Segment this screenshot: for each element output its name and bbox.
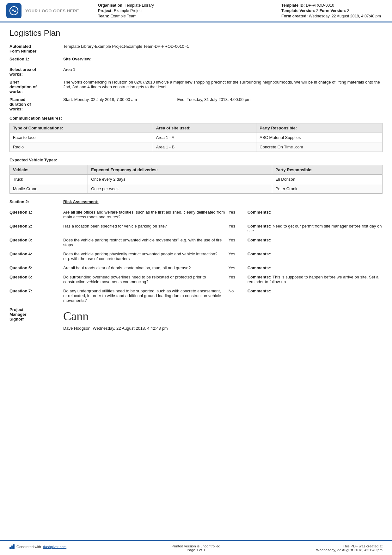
qa-answer-2: Yes — [229, 224, 244, 228]
comm-table-row: Face to faceArea 1 - AABC Material Suppl… — [10, 133, 383, 142]
qa-comments-7: Comments:: — [248, 289, 383, 293]
comm-table-cell: Area 1 - B — [153, 142, 256, 152]
comm-col-party: Party Responsible: — [256, 123, 383, 133]
vehicle-table-cell: Mobile Crane — [10, 184, 88, 194]
signature-text: Cann — [63, 309, 89, 323]
footer-brand: Generated with dashpivot.com — [9, 544, 134, 549]
vehicle-table-cell: Eli Donson — [272, 175, 383, 184]
qa-question-7: Do any underground utilities need to be … — [63, 289, 225, 303]
page-text: Page 1 of 1 — [134, 548, 258, 552]
section1-row: Section 1: Site Overview: — [9, 57, 383, 61]
comm-table: Type of Communications: Area of site use… — [9, 123, 383, 152]
qa-row-2: Question 2:Has a location been specified… — [9, 224, 383, 233]
bar3 — [13, 544, 15, 549]
team-value: Example Team — [110, 14, 136, 18]
qa-question-3: Does the vehicle parking restrict unwant… — [63, 238, 225, 247]
vehicle-table-cell: Once every 2 days — [88, 175, 272, 184]
brief-desc-value: The works commencing in Houston on 02/07… — [63, 80, 383, 89]
org-label: Organisation: — [98, 3, 124, 8]
vehicle-table-cell: Truck — [10, 175, 88, 184]
qa-answer-5: Yes — [229, 265, 244, 270]
comm-table-cell: ABC Material Supplies — [256, 133, 383, 142]
comm-table-cell: Area 1 - A — [153, 133, 256, 142]
signoff-row: ProjectManagerSignoff Cann Dave Hodgson,… — [9, 307, 383, 331]
comm-col-area: Area of site used: — [153, 123, 256, 133]
vehicle-table-row: TruckOnce every 2 daysEli Donson — [10, 175, 383, 184]
template-version-value: 2 — [316, 9, 318, 13]
signature-area: Cann — [63, 307, 168, 325]
printed-text: Printed version is uncontrolled — [134, 544, 258, 548]
qa-answer-1: Yes — [229, 210, 244, 215]
qa-comments-6: Comments:: This is supposed to happen be… — [248, 275, 383, 284]
planned-values: Start: Monday, 02 July 2018, 7:00:00 am … — [63, 97, 383, 102]
comm-table-header-row: Type of Communications: Area of site use… — [10, 123, 383, 133]
select-area-row: Select area ofworks: Area 1 — [9, 67, 383, 77]
qa-row-4: Question 4:Does the vehicle parking phys… — [9, 252, 383, 261]
qa-answer-7: No — [229, 289, 244, 293]
form-created-label: Form created: — [281, 14, 308, 18]
pdf-created-value: Wednesday, 22 August 2018, 4:51:40 pm — [258, 548, 383, 552]
auto-form-row: AutomatedForm Number Template Library-Ex… — [9, 44, 383, 53]
template-version-label: Template Version: — [281, 9, 315, 13]
qa-row-3: Question 3:Does the vehicle parking rest… — [9, 238, 383, 247]
version-line: Template Version: 2 Form Version: 3 — [281, 9, 383, 13]
vehicle-table-cell: Peter Cronk — [272, 184, 383, 194]
brief-desc-label: Briefdescription ofworks: — [9, 80, 60, 94]
generated-text: Generated with — [16, 545, 41, 549]
vehicle-title: Expected Vehicle Types: — [9, 158, 383, 162]
footer: Generated with dashpivot.com Printed ver… — [0, 540, 392, 555]
comm-table-row: RadioArea 1 - BConcrete On Time .com — [10, 142, 383, 152]
qa-label-3: Question 3: — [9, 238, 60, 242]
form-created-line: Form created: Wednesday, 22 August 2018,… — [281, 14, 383, 18]
qa-label-7: Question 7: — [9, 289, 60, 293]
qa-row-6: Question 6:Do surrounding overhead power… — [9, 275, 383, 284]
generated-link[interactable]: dashpivot.com — [43, 545, 66, 549]
team-line: Team: Example Team — [98, 14, 275, 18]
section2-label: Section 2: — [9, 199, 60, 204]
bar1 — [9, 547, 11, 549]
signoff-name: Dave Hodgson, Wednesday, 22 August 2018,… — [63, 326, 168, 331]
qa-comments-5: Comments:: — [248, 265, 383, 270]
qa-label-6: Question 6: — [9, 275, 60, 279]
select-area-label: Select area ofworks: — [9, 67, 60, 77]
planned-label: Plannedduration ofworks: — [9, 97, 60, 111]
vehicle-col-name: Vehicle: — [10, 165, 88, 175]
qa-comments-2: Comments:: Need to get our permit from s… — [248, 224, 383, 233]
qa-question-6: Do surrounding overhead powerlines need … — [63, 275, 225, 284]
form-created-value: Wednesday, 22 August 2018, 4:07:48 pm — [309, 14, 381, 18]
comm-table-cell: Concrete On Time .com — [256, 142, 383, 152]
qa-question-4: Does the vehicle parking physically rest… — [63, 252, 225, 261]
questions-container: Question 1:Are all site offices and welf… — [9, 210, 383, 303]
template-id-value: DP-PROD-0010 — [306, 3, 334, 8]
select-area-value: Area 1 — [63, 67, 383, 72]
logo-text: YOUR LOGO GOES HERE — [25, 9, 79, 13]
signoff-content: Cann Dave Hodgson, Wednesday, 22 August … — [63, 307, 168, 331]
qa-row-5: Question 5:Are all haul roads clear of d… — [9, 265, 383, 270]
template-id-label: Template ID: — [281, 3, 305, 8]
qa-label-5: Question 5: — [9, 265, 60, 270]
org-value: Template Library — [125, 3, 154, 8]
qa-answer-3: Yes — [229, 238, 244, 242]
pdf-created-label: This PDF was created at — [258, 544, 383, 548]
qa-label-1: Question 1: — [9, 210, 60, 215]
auto-form-label: AutomatedForm Number — [9, 44, 60, 53]
qa-comments-3: Comments:: — [248, 238, 383, 242]
qa-row-1: Question 1:Are all site offices and welf… — [9, 210, 383, 219]
project-label: Project: — [98, 9, 113, 13]
form-version-value: 3 — [347, 9, 349, 13]
footer-center: Printed version is uncontrolled Page 1 o… — [134, 544, 258, 552]
auto-form-value: Template Library-Example Project-Example… — [63, 44, 383, 49]
footer-brand-icon — [9, 544, 15, 549]
comm-measures-title: Communication Measures: — [9, 116, 383, 121]
footer-right: This PDF was created at Wednesday, 22 Au… — [258, 544, 383, 552]
template-id-line: Template ID: DP-PROD-0010 — [281, 3, 383, 8]
vehicle-table-header-row: Vehicle: Expected Frequency of deliverie… — [10, 165, 383, 175]
page: YOUR LOGO GOES HERE Organisation: Templa… — [0, 0, 392, 555]
planned-row: Plannedduration ofworks: Start: Monday, … — [9, 97, 383, 111]
comm-table-cell: Face to face — [10, 133, 153, 142]
section1-label: Section 1: — [9, 57, 60, 61]
form-version-label: Form Version: — [320, 9, 346, 13]
planned-start: Start: Monday, 02 July 2018, 7:00:00 am — [63, 97, 137, 102]
project-value: Example Project — [114, 9, 143, 13]
vehicle-table: Vehicle: Expected Frequency of deliverie… — [9, 165, 383, 194]
